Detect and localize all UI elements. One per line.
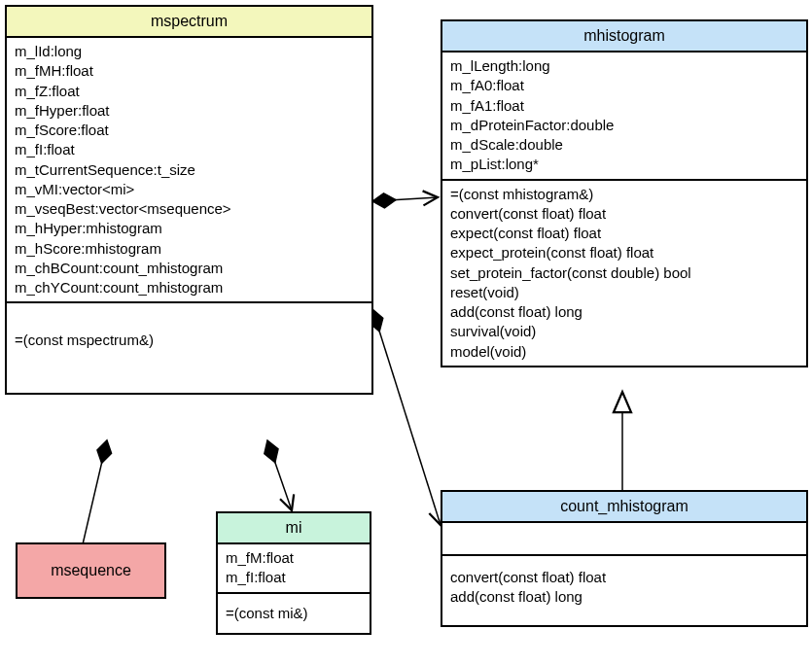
attribute: m_fA1:float (450, 96, 798, 116)
attributes-section: m_fM:float m_fI:float (218, 544, 370, 594)
class-msequence: msequence (16, 542, 166, 599)
attribute: m_chYCount:count_mhistogram (15, 278, 364, 297)
class-header: msequence (18, 544, 164, 597)
svg-line-3 (267, 440, 292, 510)
attribute: m_hScore:mhistogram (15, 239, 364, 259)
attribute: m_fScore:float (15, 121, 364, 140)
attribute: m_fI:float (15, 140, 364, 159)
operations-section: =(const mhistogram&) convert(const float… (442, 181, 806, 366)
operations-section: convert(const float) float add(const flo… (442, 556, 806, 625)
operation: convert(const float) float (450, 568, 798, 587)
class-header: count_mhistogram (442, 492, 806, 523)
class-count-mhistogram: count_mhistogram convert(const float) fl… (441, 490, 808, 627)
attributes-section: m_lId:long m_fMH:float m_fZ:float m_fHyp… (7, 38, 371, 303)
operation: survival(void) (450, 322, 798, 341)
operation: =(const mhistogram&) (450, 185, 798, 204)
attributes-section (442, 523, 806, 556)
operation: add(const float) long (450, 302, 798, 322)
svg-line-4 (372, 197, 438, 201)
class-header: mspectrum (7, 7, 371, 38)
class-mhistogram: mhistogram m_lLength:long m_fA0:float m_… (441, 19, 808, 367)
attribute: m_fMH:float (15, 61, 364, 81)
operation: =(const mspectrum&) (15, 331, 364, 350)
attribute: m_vseqBest:vector<msequence> (15, 199, 364, 219)
operation: convert(const float) float (450, 204, 798, 224)
operation: expect_protein(const float) float (450, 243, 798, 262)
attribute: m_tCurrentSequence:t_size (15, 160, 364, 180)
svg-line-5 (372, 309, 441, 525)
operation: expect(const float) float (450, 224, 798, 243)
class-mspectrum: mspectrum m_lId:long m_fMH:float m_fZ:fl… (5, 5, 373, 395)
operation: add(const float) long (450, 587, 798, 607)
class-header: mhistogram (442, 21, 806, 52)
attribute: m_fI:float (226, 568, 362, 587)
attribute: m_lLength:long (450, 56, 798, 76)
attribute: m_hHyper:mhistogram (15, 219, 364, 238)
operations-section: =(const mi&) (218, 594, 370, 633)
class-header: mi (218, 513, 370, 544)
operation: reset(void) (450, 283, 798, 302)
attribute: m_fHyper:float (15, 101, 364, 121)
attribute: m_pList:long* (450, 155, 798, 174)
operation: model(void) (450, 342, 798, 362)
attribute: m_fM:float (226, 548, 362, 568)
operation: =(const mi&) (226, 604, 362, 623)
class-mi: mi m_fM:float m_fI:float =(const mi&) (216, 511, 371, 635)
attribute: m_dProteinFactor:double (450, 116, 798, 135)
attribute: m_vMI:vector<mi> (15, 180, 364, 199)
attribute: m_fA0:float (450, 76, 798, 95)
operation: set_protein_factor(const double) bool (450, 263, 798, 283)
attributes-section: m_lLength:long m_fA0:float m_fA1:float m… (442, 52, 806, 181)
attribute: m_lId:long (15, 42, 364, 61)
attribute: m_chBCount:count_mhistogram (15, 259, 364, 278)
operations-section: =(const mspectrum&) (7, 303, 371, 393)
attribute: m_fZ:float (15, 82, 364, 101)
attribute: m_dScale:double (450, 135, 798, 155)
svg-line-2 (83, 440, 107, 544)
